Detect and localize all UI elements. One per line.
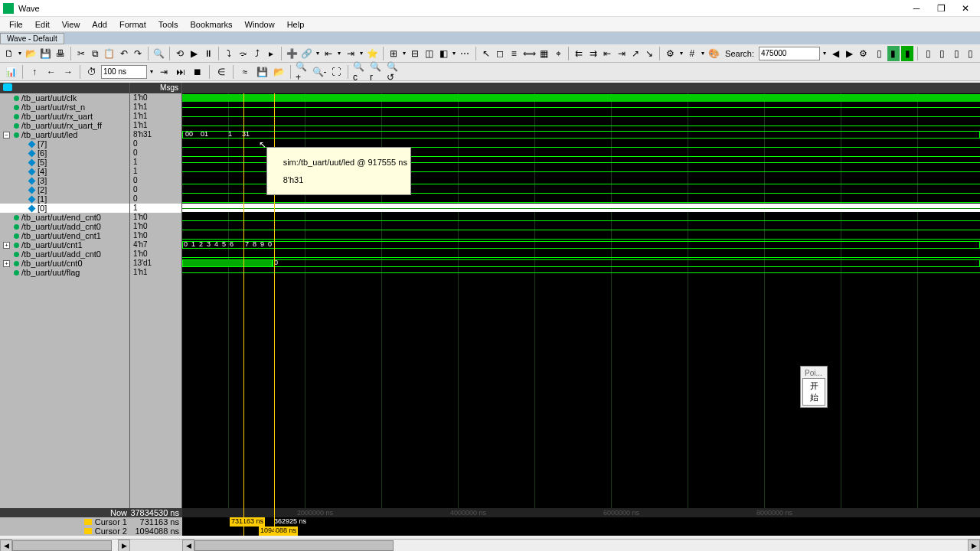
search-input[interactable] [759, 47, 820, 60]
signal-row[interactable]: [5] [0, 158, 129, 167]
continue-icon[interactable]: ▸ [265, 46, 277, 61]
goto-next-icon[interactable]: ⇥ [344, 46, 356, 61]
run-time-dropdown[interactable]: ▾ [149, 68, 155, 75]
grid-icon[interactable]: ▦ [538, 46, 550, 61]
measure-icon[interactable]: ⟺ [522, 46, 537, 61]
menu-window[interactable]: Window [239, 18, 281, 31]
signal-row[interactable]: [1] [0, 194, 129, 204]
edge-next-icon[interactable]: ⇉ [587, 46, 599, 61]
find-icon[interactable]: 🔍 [152, 46, 165, 61]
menu-add[interactable]: Add [86, 18, 113, 31]
radix-icon[interactable]: # [686, 46, 698, 61]
ruler-icon[interactable]: ≡ [508, 46, 520, 61]
edge-fall-icon[interactable]: ↘ [643, 46, 655, 61]
expand-icon[interactable]: ⊞ [387, 46, 400, 61]
float-start-button[interactable]: 开始 [802, 378, 825, 406]
search-prev-icon[interactable]: ◀ [829, 46, 841, 61]
signal-name-pane[interactable]: /tb_uart/uut/clk/tb_uart/uut/rst_n/tb_ua… [0, 83, 130, 536]
print-icon[interactable]: 🖶 [54, 46, 66, 61]
layout2-icon[interactable]: ▮ [887, 46, 900, 61]
zoom-last-icon[interactable]: 🔍↺ [386, 64, 401, 80]
signal-row[interactable]: /tb_uart/uut/rst_n [0, 103, 129, 112]
signal-row[interactable]: [0] [0, 204, 129, 213]
close-button[interactable]: ✕ [954, 1, 977, 16]
signal-row[interactable]: +/tb_uart/uut/cnt0 [0, 259, 129, 268]
add-wave-icon[interactable]: 📊 [3, 64, 18, 80]
signal-row[interactable]: [2] [0, 185, 129, 194]
edge-last-icon[interactable]: ⇥ [615, 46, 627, 61]
radix-dropdown[interactable]: ▾ [700, 50, 706, 57]
step-icon[interactable]: ⤵ [223, 46, 235, 61]
ungroup-dropdown[interactable]: ▾ [451, 50, 457, 57]
edge-rise-icon[interactable]: ↗ [629, 46, 642, 61]
edge-first-icon[interactable]: ⇤ [601, 46, 613, 61]
run-icon[interactable]: ▶ [188, 46, 200, 61]
menu-help[interactable]: Help [281, 18, 311, 31]
search-dropdown[interactable]: ▾ [822, 50, 828, 57]
run-step-icon[interactable]: ⇥ [156, 64, 172, 80]
view3-icon[interactable]: ▯ [950, 46, 962, 61]
expand-toggle[interactable]: + [3, 242, 10, 249]
format-icon[interactable]: ⚙ [664, 46, 676, 61]
scroll-right-icon[interactable]: ▶ [118, 540, 130, 551]
step-over-icon[interactable]: ⤼ [237, 46, 249, 61]
cursor-add-icon[interactable]: ➕ [286, 46, 299, 61]
wave-display[interactable]: 00 01 1 31 0 1 2 3 4 5 6 7 8 [182, 83, 980, 536]
open-icon[interactable]: 📂 [24, 46, 38, 61]
goto-prev-dropdown[interactable]: ▾ [336, 50, 342, 57]
region-icon[interactable]: ◻ [494, 46, 506, 61]
cursor2-mark[interactable]: 1094088 ns [259, 527, 298, 536]
signal-row[interactable]: −/tb_uart/uut/led [0, 130, 129, 139]
edge-prev-icon[interactable]: ⇇ [573, 46, 585, 61]
search-next-icon[interactable]: ▶ [843, 46, 855, 61]
wave-save-icon[interactable]: 💾 [254, 64, 270, 80]
wave-scroll-left-icon[interactable]: ◀ [182, 540, 194, 551]
scroll-left-icon[interactable]: ◀ [0, 540, 12, 551]
new-dropdown[interactable]: ▾ [17, 50, 23, 57]
cursor1-mark[interactable]: 731163 ns [230, 517, 265, 527]
zoom-in-icon[interactable]: 🔍+ [295, 64, 310, 80]
signal-row[interactable]: /tb_uart/uut/end_cnt1 [0, 231, 129, 240]
expand-toggle[interactable]: − [3, 132, 10, 139]
ungroup-icon[interactable]: ◧ [437, 46, 449, 61]
collapse-icon[interactable]: ⊟ [409, 46, 421, 61]
floating-pointer-window[interactable]: Poi... 开始 [800, 366, 828, 408]
minimize-button[interactable]: ─ [905, 1, 928, 16]
undo-icon[interactable]: ↶ [117, 46, 129, 61]
signal-row[interactable]: /tb_uart/uut/add_cnt0 [0, 249, 129, 259]
value-pane[interactable]: Msgs 1'h01'h11'h11'h18'h31001100011'h01'… [130, 83, 182, 536]
expand-dropdown[interactable]: ▾ [401, 50, 407, 57]
wave-scroll-right-icon[interactable]: ▶ [968, 540, 980, 551]
goto-prev-icon[interactable]: ⇤ [322, 46, 335, 61]
signal-row[interactable]: /tb_uart/uut/flag [0, 268, 129, 277]
expand-toggle[interactable]: + [3, 260, 10, 267]
step-out-icon[interactable]: ⤴ [250, 46, 263, 61]
signal-row[interactable]: [3] [0, 176, 129, 185]
zoom-cursor-icon[interactable]: 🔍c [352, 64, 368, 80]
signal-row[interactable]: /tb_uart/uut/add_cnt0 [0, 222, 129, 231]
view4-icon[interactable]: ▯ [964, 46, 976, 61]
stop-icon[interactable]: ⏹ [190, 64, 205, 80]
redo-icon[interactable]: ↷ [132, 46, 144, 61]
view2-icon[interactable]: ▯ [936, 46, 949, 61]
wave-compare-icon[interactable]: ≈ [237, 64, 253, 80]
signal-row[interactable]: /tb_uart/uut/end_cnt0 [0, 213, 129, 222]
restart-icon[interactable]: ⟲ [174, 46, 186, 61]
run-all-icon[interactable]: ⏭ [173, 64, 188, 80]
cut-icon[interactable]: ✂ [75, 46, 87, 61]
layout1-icon[interactable]: ▯ [873, 46, 885, 61]
copy-icon[interactable]: ⧉ [89, 46, 101, 61]
run-time-input[interactable] [101, 65, 147, 79]
forward-icon[interactable]: → [60, 64, 76, 80]
cursor2-row[interactable]: Cursor 2 1094088 ns 1094088 ns [0, 527, 980, 536]
group-icon[interactable]: ◫ [423, 46, 435, 61]
signal-row[interactable]: /tb_uart/uut/clk [0, 93, 129, 103]
color-icon[interactable]: 🎨 [707, 46, 720, 61]
select-icon[interactable]: ↖ [479, 46, 492, 61]
view1-icon[interactable]: ▯ [922, 46, 934, 61]
menu-file[interactable]: File [3, 18, 29, 31]
zoom-out-icon[interactable]: 🔍- [312, 64, 327, 80]
signal-row[interactable]: +/tb_uart/uut/cnt1 [0, 240, 129, 249]
signal-row[interactable]: [4] [0, 167, 129, 176]
menu-bookmarks[interactable]: Bookmarks [184, 18, 238, 31]
